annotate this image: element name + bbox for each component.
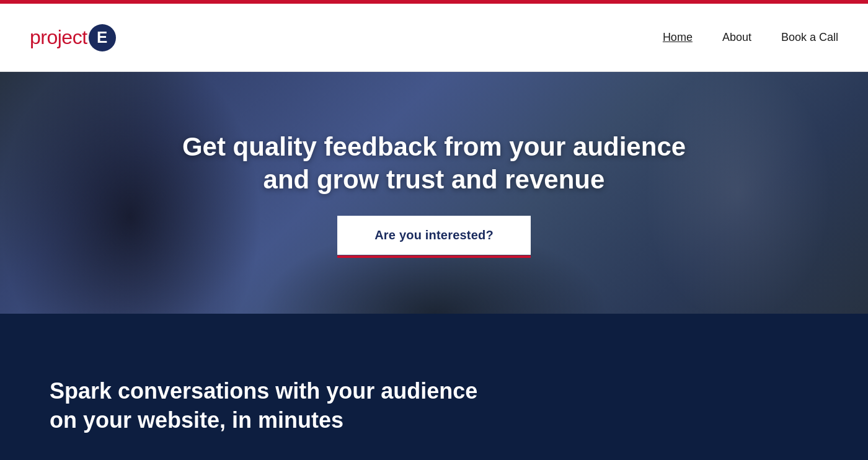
logo-text-project: project	[30, 26, 87, 49]
logo-letter-e: E	[89, 24, 116, 51]
logo[interactable]: projectE	[30, 24, 116, 51]
section-dark-title: Spark conversations with your audience o…	[50, 377, 484, 435]
nav-item-about[interactable]: About	[722, 31, 751, 44]
hero-title: Get quality feedback from your audience …	[180, 131, 688, 196]
hero-cta-button[interactable]: Are you interested?	[337, 216, 531, 255]
dark-section: Spark conversations with your audience o…	[0, 314, 868, 460]
nav-item-home[interactable]: Home	[663, 31, 693, 44]
header: projectE Home About Book a Call	[0, 4, 868, 72]
hero-content: Get quality feedback from your audience …	[155, 131, 713, 255]
hero-section: Get quality feedback from your audience …	[0, 72, 868, 314]
main-nav: Home About Book a Call	[663, 31, 838, 44]
nav-item-book-a-call[interactable]: Book a Call	[781, 31, 838, 44]
